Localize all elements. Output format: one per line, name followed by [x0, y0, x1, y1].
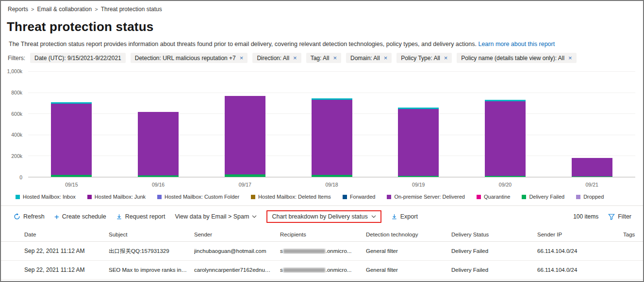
breadcrumb-reports[interactable]: Reports: [8, 6, 28, 13]
learn-more-link[interactable]: Learn more about this report: [478, 41, 555, 47]
x-tick-label: 09/19: [375, 178, 462, 189]
refresh-icon: [14, 213, 20, 220]
legend-label: Hosted Mailbox: Deleted Items: [258, 194, 331, 200]
details-table: Date Subject Sender Recipients Detection…: [1, 227, 643, 280]
cell-recipients: s .onmicro...: [280, 267, 366, 273]
recipient-suffix: .onmicro...: [326, 248, 352, 254]
bar-09/19[interactable]: [375, 71, 462, 177]
column-header-tags[interactable]: Tags: [623, 232, 643, 237]
filter-chip-label: Policy name (details table view only): A…: [461, 55, 564, 62]
bar-09/21[interactable]: [548, 71, 635, 177]
chart-breakdown-dropdown[interactable]: Chart breakdown by Delivery status: [266, 210, 381, 223]
redacted-recipient: [283, 249, 325, 253]
legend-label: Hosted Mailbox: Junk: [95, 194, 146, 200]
y-tick-label: 0: [19, 174, 22, 180]
legend-item-hosted-custom-folder[interactable]: Hosted Mailbox: Custom Folder: [157, 194, 239, 200]
refresh-button[interactable]: Refresh: [14, 213, 45, 220]
bar-segment-On-premise Server: Delivered: [225, 96, 265, 174]
bar-09/15[interactable]: [28, 71, 115, 177]
table-row[interactable]: Sep 22, 2021 11:12 AM SEO Max to improve…: [1, 261, 643, 280]
column-header-subject[interactable]: Subject: [109, 232, 194, 237]
bar-segment-Delivery Failed: [138, 175, 179, 177]
legend-item-hosted-inbox[interactable]: Hosted Mailbox: Inbox: [16, 194, 76, 200]
cell-sender-ip: 66.114.104.0/24: [537, 267, 623, 273]
filter-chip-date[interactable]: Date (UTC): 9/15/2021-9/22/2021: [30, 53, 126, 63]
breadcrumb: Reports > Email & collaboration > Threat…: [1, 1, 643, 13]
filter-chip-tag[interactable]: Tag: All ×: [306, 53, 341, 63]
export-button[interactable]: Export: [391, 213, 418, 220]
bar-09/20[interactable]: [462, 71, 549, 177]
legend-swatch: [251, 195, 255, 199]
filter-chip-policy-type[interactable]: Policy Type: All ×: [396, 53, 452, 63]
x-tick-label: 09/15: [28, 178, 115, 189]
bar-segment-On-premise Server: Delivered: [312, 100, 352, 175]
description-text: The Threat protection status report prov…: [9, 41, 477, 47]
legend-item-hosted-deleted-items[interactable]: Hosted Mailbox: Deleted Items: [251, 194, 331, 200]
filter-chip-label: Detection: URL malicious reputation +7: [135, 55, 236, 62]
table-row[interactable]: Sep 22, 2021 11:12 AM 出口报关QQ:157931329 j…: [1, 242, 643, 261]
close-icon[interactable]: ×: [333, 55, 337, 61]
chart-y-axis: 1,000k800k600k400k200k0: [5, 71, 26, 177]
redacted-recipient: [283, 268, 325, 272]
close-icon[interactable]: ×: [293, 55, 297, 61]
legend-swatch: [157, 195, 162, 199]
stacked-bar: [398, 71, 439, 177]
legend-label: On-premise Server: Delivered: [394, 194, 465, 200]
column-header-sender-ip[interactable]: Sender IP: [537, 232, 623, 237]
stacked-bar: [485, 71, 526, 177]
filter-chip-direction[interactable]: Direction: All ×: [252, 53, 301, 63]
legend-swatch: [576, 195, 580, 199]
toolbar-right: 100 items Filter: [573, 213, 631, 220]
chevron-down-icon: [371, 215, 376, 218]
bar-09/17[interactable]: [201, 71, 288, 177]
legend-label: Quarantine: [484, 194, 510, 200]
column-header-date[interactable]: Date: [24, 232, 109, 237]
close-icon[interactable]: ×: [240, 55, 244, 61]
filter-chip-detection[interactable]: Detection: URL malicious reputation +7 ×: [131, 53, 248, 63]
legend-item-hosted-junk[interactable]: Hosted Mailbox: Junk: [87, 194, 146, 200]
legend-item-delivery-failed[interactable]: Delivery Failed: [522, 194, 564, 200]
close-icon[interactable]: ×: [568, 55, 572, 61]
close-icon[interactable]: ×: [384, 55, 388, 61]
page-description: The Threat protection status report prov…: [9, 41, 643, 47]
stacked-bar: [138, 71, 179, 177]
request-report-button[interactable]: Request report: [116, 213, 165, 220]
close-icon[interactable]: ×: [444, 55, 448, 61]
filter-chip-policy-name[interactable]: Policy name (details table view only): A…: [457, 53, 576, 63]
filter-button[interactable]: Filter: [608, 213, 631, 220]
legend-item-dropped[interactable]: Dropped: [576, 194, 604, 200]
legend-item-onprem-delivered[interactable]: On-premise Server: Delivered: [387, 194, 465, 200]
view-data-by-dropdown[interactable]: View data by Email > Spam: [175, 213, 257, 220]
x-tick-label: 09/20: [462, 178, 549, 189]
bar-09/16[interactable]: [115, 71, 202, 177]
bar-09/18[interactable]: [288, 71, 375, 177]
breadcrumb-email-collaboration[interactable]: Email & collaboration: [37, 6, 92, 13]
legend-item-quarantine[interactable]: Quarantine: [477, 194, 510, 200]
cell-detection-technology: General filter: [366, 267, 451, 273]
create-schedule-button[interactable]: + Create schedule: [54, 213, 106, 220]
view-data-by-label: View data by Email > Spam: [175, 213, 249, 220]
stacked-bar: [312, 71, 352, 177]
filter-chip-label: Tag: All: [311, 55, 330, 62]
cell-delivery-status: Delivery Failed: [451, 248, 537, 254]
bar-segment-Delivery Failed: [51, 175, 92, 177]
download-icon: [116, 214, 122, 220]
x-tick-label: 09/18: [288, 178, 375, 189]
column-header-detection-technology[interactable]: Detection technology: [366, 232, 451, 237]
export-label: Export: [400, 213, 418, 220]
legend-swatch: [16, 195, 20, 199]
recipient-prefix: s: [280, 248, 283, 254]
filters-label: Filters:: [8, 55, 25, 62]
filter-chip-domain[interactable]: Domain: All ×: [346, 53, 392, 63]
legend-label: Delivery Failed: [529, 194, 564, 200]
column-header-sender[interactable]: Sender: [194, 232, 280, 237]
table-header-row: Date Subject Sender Recipients Detection…: [1, 227, 643, 242]
column-header-delivery-status[interactable]: Delivery Status: [451, 232, 537, 237]
y-tick-label: 800k: [11, 90, 22, 95]
cell-delivery-status: Delivery Failed: [451, 267, 537, 273]
bar-segment-Delivery Failed: [312, 175, 352, 177]
filter-chip-label: Date (UTC): 9/15/2021-9/22/2021: [34, 55, 121, 62]
legend-label: Hosted Mailbox: Custom Folder: [165, 194, 239, 200]
column-header-recipients[interactable]: Recipients: [280, 232, 366, 237]
legend-item-forwarded[interactable]: Forwarded: [343, 194, 376, 200]
